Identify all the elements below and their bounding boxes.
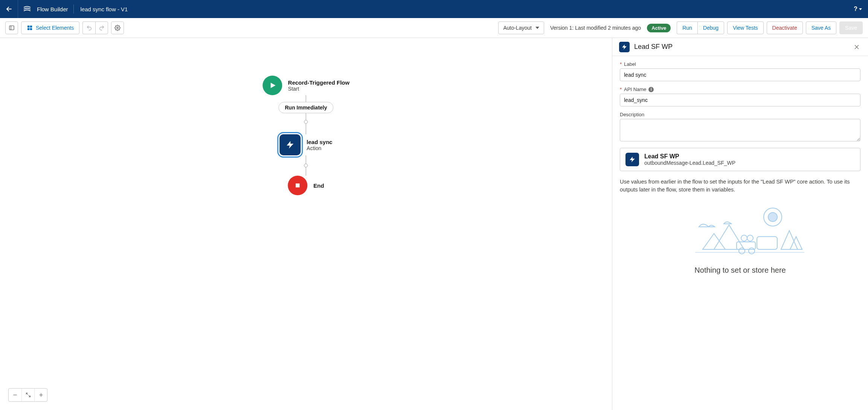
panel-header: Lead SF WP — [612, 38, 868, 56]
connector — [305, 155, 306, 164]
app-header: Flow Builder lead sync flow - V1 ? — [0, 0, 868, 18]
svg-rect-26 — [757, 237, 777, 249]
start-node-labels: Record-Triggered Flow Start — [288, 79, 349, 92]
caret-down-icon — [859, 8, 862, 10]
settings-button[interactable] — [111, 21, 124, 34]
api-name-field-label: * API Name i — [620, 87, 860, 92]
redo-icon — [99, 25, 105, 31]
action-node-subtitle: Action — [307, 145, 332, 151]
start-node-icon — [262, 76, 282, 95]
undo-button[interactable] — [82, 21, 95, 34]
panel-title: Lead SF WP — [634, 43, 673, 51]
action-card-subtitle: outboundMessage-Lead.Lead_SF_WP — [644, 160, 735, 166]
flow-builder-logo — [18, 5, 33, 13]
zoom-out-button[interactable] — [9, 389, 21, 401]
select-icon — [27, 25, 33, 31]
undo-icon — [86, 25, 92, 31]
run-debug-group: Run Debug — [677, 21, 724, 34]
end-node-title: End — [313, 182, 324, 189]
play-icon — [268, 81, 276, 90]
stop-icon — [294, 182, 301, 189]
connector — [305, 95, 306, 102]
action-reference-card[interactable]: Lead SF WP outboundMessage-Lead.Lead_SF_… — [620, 148, 860, 171]
label-input[interactable] — [620, 68, 860, 81]
zoom-in-button[interactable] — [34, 389, 47, 401]
connector — [305, 167, 306, 176]
svg-point-7 — [117, 27, 118, 29]
svg-marker-24 — [781, 231, 798, 249]
panel-left-icon — [9, 25, 15, 31]
required-asterisk: * — [620, 87, 622, 92]
end-node[interactable]: End — [288, 176, 324, 195]
required-asterisk: * — [620, 61, 622, 67]
select-elements-label: Select Elements — [36, 25, 74, 31]
gear-icon — [114, 25, 121, 31]
property-panel: Lead SF WP * Label * API Name i — [612, 38, 868, 410]
fit-icon — [26, 392, 31, 398]
close-panel-button[interactable] — [852, 43, 861, 52]
app-title: Flow Builder — [33, 6, 72, 12]
start-node[interactable]: Record-Triggered Flow Start — [262, 76, 349, 95]
run-immediately-pill[interactable]: Run Immediately — [278, 102, 333, 113]
action-node-labels: lead sync Action — [307, 139, 332, 151]
close-icon — [854, 44, 860, 50]
action-node[interactable]: lead sync Action — [279, 134, 332, 155]
zoom-controls — [8, 388, 47, 402]
save-as-button[interactable]: Save As — [806, 21, 836, 34]
add-element-dot[interactable] — [304, 120, 308, 124]
svg-point-31 — [747, 235, 753, 241]
lightning-icon — [285, 140, 294, 149]
active-status-pill: Active — [647, 24, 671, 32]
svg-line-13 — [29, 395, 30, 397]
label-field-label: * Label — [620, 61, 860, 67]
flow-canvas[interactable]: Record-Triggered Flow Start Run Immediat… — [0, 38, 612, 410]
api-name-field-row: * API Name i — [620, 87, 860, 106]
api-name-text: API Name — [624, 87, 646, 92]
svg-rect-3 — [27, 26, 29, 27]
connector — [305, 124, 306, 134]
label-text: Label — [624, 61, 636, 67]
toggle-left-panel-button[interactable] — [5, 21, 18, 34]
svg-rect-5 — [27, 28, 29, 30]
svg-marker-19 — [630, 157, 635, 162]
title-separator — [73, 5, 74, 14]
caret-down-icon — [535, 27, 539, 29]
svg-marker-8 — [270, 83, 275, 88]
fit-view-button[interactable] — [21, 389, 34, 401]
svg-point-21 — [768, 213, 777, 222]
panel-action-icon — [619, 42, 630, 52]
view-tests-button[interactable]: View Tests — [727, 21, 763, 34]
undo-redo-group — [82, 21, 108, 34]
panel-body: * Label * API Name i Description — [612, 56, 868, 410]
save-button: Save — [839, 21, 863, 34]
description-field-row: Description — [620, 112, 860, 143]
empty-state-illustration — [620, 204, 860, 261]
svg-point-30 — [741, 235, 747, 241]
layout-mode-select[interactable]: Auto-Layout — [498, 21, 544, 34]
description-textarea[interactable] — [620, 119, 860, 141]
info-icon[interactable]: i — [648, 87, 654, 92]
add-element-dot[interactable] — [304, 164, 308, 167]
start-node-title: Record-Triggered Flow — [288, 79, 349, 86]
action-node-title: lead sync — [307, 139, 332, 145]
svg-marker-9 — [287, 141, 293, 149]
flow-diagram: Record-Triggered Flow Start Run Immediat… — [262, 76, 349, 195]
svg-line-12 — [26, 393, 27, 395]
help-icon: ? — [854, 6, 857, 12]
deactivate-button[interactable]: Deactivate — [767, 21, 803, 34]
action-card-texts: Lead SF WP outboundMessage-Lead.Lead_SF_… — [644, 153, 735, 166]
plus-icon — [38, 392, 44, 398]
panel-help-text: Use values from earlier in the flow to s… — [620, 178, 860, 194]
help-menu[interactable]: ? — [848, 6, 868, 12]
svg-rect-6 — [30, 28, 32, 30]
debug-button[interactable]: Debug — [697, 21, 724, 34]
svg-point-29 — [749, 248, 755, 254]
api-name-input[interactable] — [620, 94, 860, 106]
action-card-icon — [625, 153, 639, 166]
redo-button[interactable] — [95, 21, 108, 34]
select-elements-button[interactable]: Select Elements — [21, 21, 79, 34]
back-button[interactable] — [0, 0, 18, 18]
run-button[interactable]: Run — [677, 21, 697, 34]
end-node-icon — [288, 176, 307, 195]
description-field-label: Description — [620, 112, 860, 117]
